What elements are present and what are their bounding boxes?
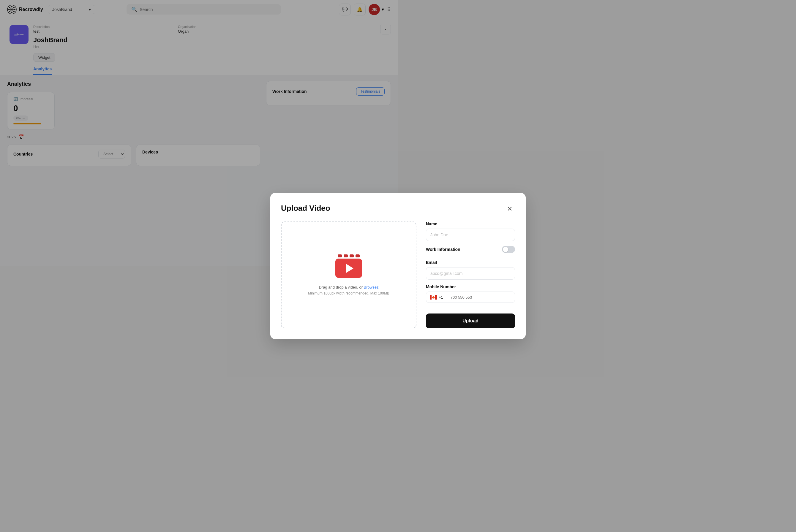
play-icon bbox=[346, 264, 353, 266]
film-strip-4 bbox=[355, 254, 360, 258]
upload-video-modal: Upload Video ✕ bbox=[270, 193, 398, 266]
modal-body: Drag and drop a video, or Browsez Minimu… bbox=[281, 222, 398, 266]
modal-title: Upload Video bbox=[281, 204, 330, 213]
video-drop-zone[interactable]: Drag and drop a video, or Browsez Minimu… bbox=[281, 222, 398, 266]
video-icon-bg bbox=[335, 259, 362, 266]
video-icon-container bbox=[335, 254, 362, 266]
film-strip-1 bbox=[338, 254, 342, 258]
modal-header: Upload Video ✕ bbox=[281, 204, 398, 214]
film-strip-2 bbox=[344, 254, 348, 258]
film-strip-3 bbox=[350, 254, 354, 258]
modal-overlay[interactable]: Upload Video ✕ bbox=[0, 0, 398, 266]
